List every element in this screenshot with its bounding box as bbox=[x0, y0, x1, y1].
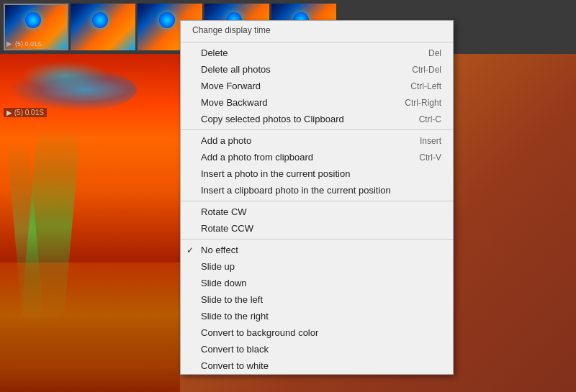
menu-item-insert-current-position[interactable]: Insert a photo in the current position bbox=[181, 165, 453, 182]
menu-item-delete[interactable]: Delete Del bbox=[181, 45, 453, 61]
thumbnail-selected[interactable]: ▶ (5) 0.01S bbox=[4, 4, 68, 50]
menu-item-slide-left[interactable]: Slide to the left bbox=[181, 291, 453, 308]
menu-item-convert-bg-color[interactable]: Convert to background color bbox=[181, 324, 453, 341]
play-icon: ▶ bbox=[6, 40, 12, 47]
separator-4 bbox=[181, 239, 453, 240]
menu-item-convert-white[interactable]: Convert to white bbox=[181, 357, 453, 374]
thumbnail-1[interactable] bbox=[71, 4, 135, 50]
checkmark-icon: ✓ bbox=[186, 245, 194, 255]
menu-item-no-effect[interactable]: ✓ No effect bbox=[181, 242, 453, 258]
menu-item-delete-all-photos[interactable]: Delete all photos Ctrl-Del bbox=[181, 61, 453, 78]
separator-2 bbox=[181, 129, 453, 130]
menu-item-slide-up[interactable]: Slide up bbox=[181, 258, 453, 275]
menu-item-change-display-time[interactable]: Change display time bbox=[181, 21, 453, 40]
main-image-background: ▶ (5) 0.01S bbox=[0, 54, 180, 392]
menu-item-slide-right[interactable]: Slide to the right bbox=[181, 308, 453, 324]
menu-item-slide-down[interactable]: Slide down bbox=[181, 275, 453, 291]
menu-item-add-from-clipboard[interactable]: Add a photo from clipboard Ctrl-V bbox=[181, 149, 453, 165]
menu-item-rotate-ccw[interactable]: Rotate CCW bbox=[181, 220, 453, 237]
menu-item-rotate-cw[interactable]: Rotate CW bbox=[181, 204, 453, 220]
menu-item-move-backward[interactable]: Move Backward Ctrl-Right bbox=[181, 94, 453, 111]
menu-item-insert-clipboard-current[interactable]: Insert a clipboard photo in the current … bbox=[181, 182, 453, 199]
context-menu: Change display time Delete Del Delete al… bbox=[180, 20, 454, 375]
main-image-area: ▶ (5) 0.01S bbox=[0, 54, 180, 392]
menu-item-convert-black[interactable]: Convert to black bbox=[181, 341, 453, 357]
thumb-label: (5) 0.01S bbox=[15, 40, 42, 47]
separator-3 bbox=[181, 201, 453, 201]
menu-item-copy-clipboard[interactable]: Copy selected photos to Clipboard Ctrl-C bbox=[181, 111, 453, 127]
menu-item-add-photo[interactable]: Add a photo Insert bbox=[181, 132, 453, 149]
separator-1 bbox=[181, 42, 453, 42]
menu-item-move-forward[interactable]: Move Forward Ctrl-Left bbox=[181, 78, 453, 94]
image-info-label: ▶ (5) 0.01S bbox=[4, 108, 47, 117]
